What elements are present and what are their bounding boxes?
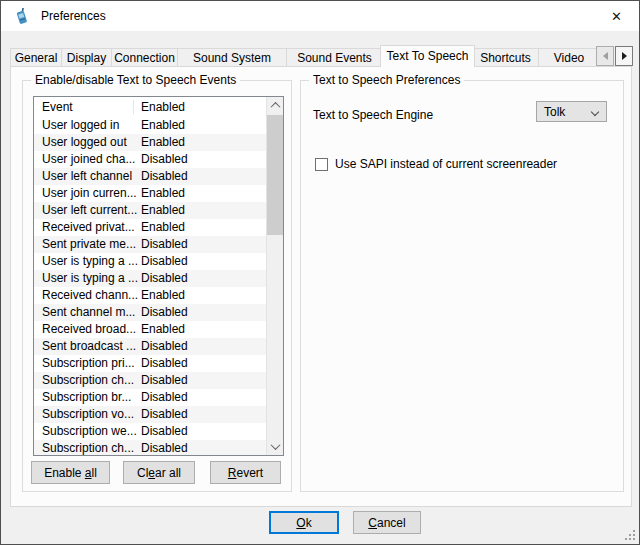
clear-all-button[interactable]: Clear all	[123, 461, 195, 484]
close-button[interactable]: ✕	[594, 1, 639, 31]
event-cell: Sent broadcast ...	[42, 338, 141, 355]
event-cell: Subscription we...	[42, 423, 141, 440]
event-cell: Sent channel m...	[42, 304, 141, 321]
tab-connection[interactable]: Connection	[111, 48, 178, 67]
column-header-event[interactable]: Event	[42, 97, 141, 117]
tab-scroll-buttons	[595, 46, 633, 66]
engine-label: Text to Speech Engine	[313, 108, 433, 122]
event-list-body: User logged in Enabled User logged out E…	[34, 117, 266, 455]
event-cell: Received privat...	[42, 219, 141, 236]
title-bar[interactable]: Preferences ✕	[1, 1, 639, 31]
tts-preferences-group: Text to Speech Preferences Text to Speec…	[300, 80, 624, 492]
table-row[interactable]: User join curren... Enabled	[34, 185, 266, 202]
tab-text-to-speech[interactable]: Text To Speech	[380, 45, 475, 67]
table-row[interactable]: Subscription we... Disabled	[34, 423, 266, 440]
enabled-cell: Disabled	[141, 389, 266, 406]
scrollbar-thumb[interactable]	[267, 115, 284, 235]
ok-button[interactable]: Ok	[269, 511, 339, 534]
engine-dropdown[interactable]: Tolk	[536, 101, 607, 122]
tab-sound-system[interactable]: Sound System	[177, 48, 287, 67]
chevron-up-icon	[271, 102, 281, 112]
enabled-cell: Enabled	[141, 117, 266, 134]
enabled-cell: Disabled	[141, 423, 266, 440]
column-header-enabled[interactable]: Enabled	[141, 97, 266, 117]
event-cell: User logged out	[42, 134, 141, 151]
tab-label: Connection	[114, 51, 175, 65]
event-cell: User is typing a ...	[42, 253, 141, 270]
enable-all-button[interactable]: Enable all	[31, 461, 110, 484]
event-cell: Subscription vo...	[42, 406, 141, 423]
tab-shortcuts[interactable]: Shortcuts	[472, 48, 539, 67]
table-row[interactable]: User left channel Disabled	[34, 168, 266, 185]
table-row[interactable]: User left current... Enabled	[34, 202, 266, 219]
tab-label: Video	[554, 51, 584, 65]
table-row[interactable]: Sent private me... Disabled	[34, 236, 266, 253]
cancel-button[interactable]: Cancel	[353, 511, 421, 534]
preferences-dialog: Preferences ✕ General Display Connection…	[0, 0, 640, 545]
tts-preferences-group-title: Text to Speech Preferences	[309, 73, 464, 87]
sapi-checkbox[interactable]	[315, 158, 328, 171]
event-list-header[interactable]: Event Enabled	[34, 97, 266, 117]
vertical-scrollbar[interactable]	[266, 97, 283, 455]
enabled-cell: Disabled	[141, 355, 266, 372]
tab-label: Display	[67, 51, 106, 65]
event-list[interactable]: Event Enabled User logged in Enabled Use…	[33, 96, 284, 456]
table-row[interactable]: Subscription pri... Disabled	[34, 355, 266, 372]
event-cell: Sent private me...	[42, 236, 141, 253]
enabled-cell: Disabled	[141, 270, 266, 287]
enabled-cell: Enabled	[141, 134, 266, 151]
dropdown-chevron-icon	[591, 108, 599, 116]
tab-label: Sound Events	[297, 51, 372, 65]
enabled-cell: Disabled	[141, 440, 266, 455]
scroll-down-button[interactable]	[267, 438, 284, 455]
enabled-cell: Disabled	[141, 151, 266, 168]
event-cell: User left channel	[42, 168, 141, 185]
enabled-cell: Disabled	[141, 338, 266, 355]
event-cell: Received broad...	[42, 321, 141, 338]
event-cell: Received chann...	[42, 287, 141, 304]
revert-button[interactable]: Revert	[210, 461, 281, 484]
table-row[interactable]: User is typing a ... Disabled	[34, 270, 266, 287]
tab-general[interactable]: General	[10, 48, 62, 67]
enabled-cell: Enabled	[141, 202, 266, 219]
tab-label: Shortcuts	[480, 51, 531, 65]
event-cell: User joined cha...	[42, 151, 141, 168]
table-row[interactable]: User is typing a ... Disabled	[34, 253, 266, 270]
scroll-up-button[interactable]	[267, 97, 284, 114]
tab-video[interactable]: Video	[538, 48, 600, 67]
tab-label: General	[15, 51, 58, 65]
table-row[interactable]: Sent channel m... Disabled	[34, 304, 266, 321]
tab-label: Text To Speech	[387, 49, 469, 63]
event-cell: User logged in	[42, 117, 141, 134]
table-row[interactable]: User joined cha... Disabled	[34, 151, 266, 168]
tts-events-group: Enable/disable Text to Speech Events Eve…	[22, 80, 292, 492]
table-row[interactable]: User logged out Enabled	[34, 134, 266, 151]
table-row[interactable]: Sent broadcast ... Disabled	[34, 338, 266, 355]
enabled-cell: Disabled	[141, 236, 266, 253]
event-cell: Subscription ch...	[42, 440, 141, 455]
event-cell: User join curren...	[42, 185, 141, 202]
table-row[interactable]: Subscription ch... Disabled	[34, 372, 266, 389]
tab-page-text-to-speech: Enable/disable Text to Speech Events Eve…	[10, 66, 632, 507]
tab-display[interactable]: Display	[61, 48, 112, 67]
table-row[interactable]: Received privat... Enabled	[34, 219, 266, 236]
tab-sound-events[interactable]: Sound Events	[286, 48, 383, 67]
enabled-cell: Disabled	[141, 406, 266, 423]
tab-scroll-left-button[interactable]	[596, 46, 614, 66]
enabled-cell: Disabled	[141, 253, 266, 270]
left-arrow-icon	[603, 52, 608, 60]
sapi-checkbox-row[interactable]: Use SAPI instead of current screenreader	[315, 157, 557, 171]
resize-grip[interactable]	[622, 527, 635, 540]
table-row[interactable]: Received chann... Enabled	[34, 287, 266, 304]
tab-strip: General Display Connection Sound System …	[10, 45, 599, 67]
tab-scroll-right-button[interactable]	[615, 46, 633, 66]
table-row[interactable]: Subscription br... Disabled	[34, 389, 266, 406]
table-row[interactable]: User logged in Enabled	[34, 117, 266, 134]
event-cell: Subscription br...	[42, 389, 141, 406]
table-row[interactable]: Subscription ch... Disabled	[34, 440, 266, 455]
table-row[interactable]: Received broad... Enabled	[34, 321, 266, 338]
right-arrow-icon	[622, 52, 627, 60]
table-row[interactable]: Subscription vo... Disabled	[34, 406, 266, 423]
enabled-cell: Enabled	[141, 185, 266, 202]
enabled-cell: Enabled	[141, 321, 266, 338]
